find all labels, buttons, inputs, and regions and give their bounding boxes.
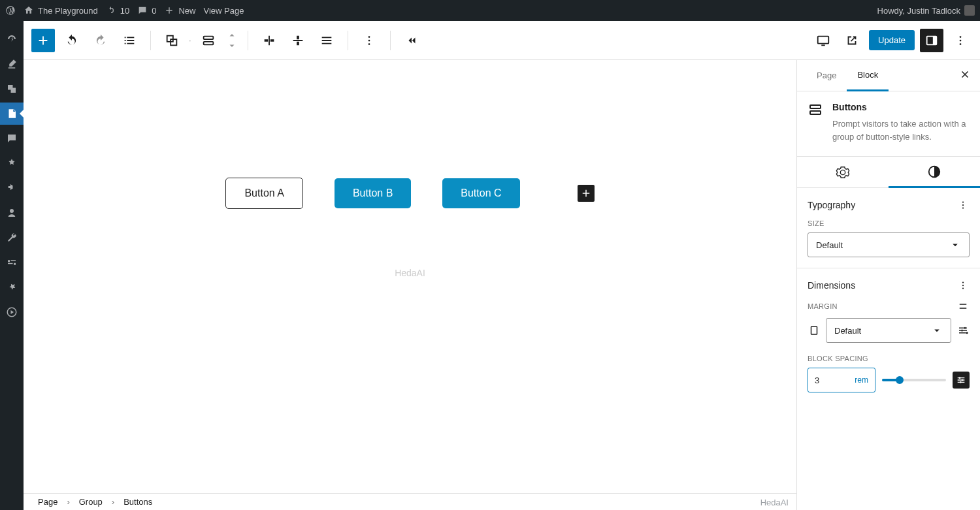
typography-heading: Typography (808, 200, 855, 210)
svg-point-11 (960, 36, 962, 38)
align-horizontal-button[interactable] (257, 29, 281, 52)
howdy-text: Howdy, Justin Tadlock (877, 6, 960, 16)
breadcrumb-item[interactable]: Buttons (123, 497, 152, 507)
gear-icon (836, 165, 850, 180)
block-spacing-slider[interactable] (882, 379, 946, 381)
tab-block[interactable]: Block (847, 60, 889, 91)
add-button-button[interactable] (578, 185, 595, 202)
tab-page[interactable]: Page (806, 60, 847, 91)
menu-collapse[interactable] (5, 281, 18, 294)
dimensions-heading: Dimensions (808, 280, 855, 291)
size-label: Size (808, 219, 970, 227)
menu-tools[interactable] (5, 231, 18, 244)
close-sidebar-button[interactable] (959, 69, 971, 82)
group-icon (165, 33, 179, 48)
editor-canvas: Button A Button B Button C HedaAI Page ›… (24, 60, 796, 510)
breadcrumb-item[interactable]: Page (38, 497, 57, 507)
device-preview-button[interactable] (811, 29, 835, 52)
button-c[interactable]: Button C (442, 178, 519, 208)
buttons-icon (808, 102, 823, 118)
watermark: HedaAI (395, 268, 425, 278)
svg-rect-8 (818, 36, 829, 43)
svg-point-26 (966, 332, 968, 334)
align-width-button[interactable] (315, 29, 338, 52)
margin-custom-button[interactable] (956, 324, 970, 337)
updates[interactable]: 10 (106, 5, 129, 16)
howdy[interactable]: Howdy, Justin Tadlock (877, 5, 975, 16)
sliders-icon (957, 325, 969, 336)
menu-plugins[interactable] (5, 182, 18, 195)
svg-point-13 (960, 43, 962, 45)
menu-play[interactable] (5, 306, 18, 319)
svg-point-20 (962, 281, 964, 283)
redo-button[interactable] (89, 29, 112, 52)
more-vertical-icon (362, 33, 376, 48)
add-block-button[interactable] (31, 29, 55, 52)
menu-posts[interactable] (5, 57, 18, 71)
settings-sidebar: Page Block Buttons Prompt visitors to ta… (796, 60, 980, 510)
spacing-presets-button[interactable] (953, 372, 970, 389)
view-page[interactable]: View Page (204, 6, 244, 16)
dimensions-options-button[interactable] (956, 279, 970, 292)
hide-toolbar-button[interactable] (400, 29, 423, 52)
buttons-icon (201, 33, 216, 48)
wp-logo[interactable] (5, 5, 16, 16)
menu-users[interactable] (5, 206, 18, 219)
subtab-styles[interactable] (889, 157, 980, 188)
subtab-settings[interactable] (797, 157, 889, 187)
menu-comments[interactable] (5, 132, 18, 145)
svg-point-24 (964, 327, 966, 329)
menu-media[interactable] (5, 82, 18, 95)
buttons-block[interactable]: Button A Button B Button C (225, 178, 594, 209)
svg-rect-10 (933, 36, 937, 44)
svg-point-25 (961, 330, 963, 332)
margin-value: Default (834, 326, 861, 336)
parent-block-button[interactable] (160, 29, 184, 52)
move-down-button[interactable] (225, 40, 238, 51)
close-icon (959, 69, 971, 80)
block-spacing-input[interactable]: 3 rem (808, 368, 875, 392)
margin-side-icon (808, 324, 821, 337)
footer-tag: HedaAI (760, 498, 789, 507)
width-icon (319, 33, 334, 48)
new-content[interactable]: New (164, 5, 195, 16)
menu-pages[interactable] (5, 107, 18, 120)
button-b[interactable]: Button B (335, 178, 411, 208)
svg-point-17 (962, 201, 964, 202)
settings-sidebar-button[interactable] (920, 29, 943, 52)
update-button[interactable]: Update (869, 30, 915, 50)
more-options-button[interactable] (357, 29, 381, 52)
svg-rect-15 (810, 111, 821, 114)
breadcrumb-item[interactable]: Group (79, 497, 103, 507)
spacing-unit[interactable]: rem (855, 375, 868, 385)
svg-rect-23 (811, 327, 817, 334)
margin-link-button[interactable] (956, 300, 970, 313)
svg-point-5 (368, 36, 370, 38)
comments-count: 0 (152, 6, 156, 16)
list-icon (122, 33, 137, 48)
chevron-right-icon: › (67, 497, 69, 507)
buttons-block-button[interactable] (197, 29, 220, 52)
options-button[interactable] (949, 29, 972, 52)
undo-button[interactable] (60, 29, 84, 52)
move-up-button[interactable] (225, 30, 238, 40)
preview-button[interactable] (840, 29, 864, 52)
wordpress-icon (5, 5, 16, 16)
typography-options-button[interactable] (956, 199, 970, 212)
svg-point-28 (962, 379, 964, 381)
menu-settings[interactable] (5, 256, 18, 269)
chevron-right-icon: › (112, 497, 114, 507)
block-info: Buttons Prompt visitors to take action w… (797, 91, 980, 157)
margin-select[interactable]: Default (826, 318, 951, 343)
comments[interactable]: 0 (137, 5, 156, 16)
align-vertical-button[interactable] (286, 29, 310, 52)
menu-dashboard[interactable] (5, 33, 18, 46)
new-label: New (178, 6, 195, 16)
slider-thumb[interactable] (896, 376, 904, 384)
button-a[interactable]: Button A (225, 178, 303, 209)
size-value: Default (816, 240, 843, 250)
list-view-button[interactable] (118, 29, 141, 52)
site-name[interactable]: The Playground (24, 5, 98, 16)
menu-appearance[interactable] (5, 157, 18, 170)
font-size-select[interactable]: Default (808, 232, 970, 257)
